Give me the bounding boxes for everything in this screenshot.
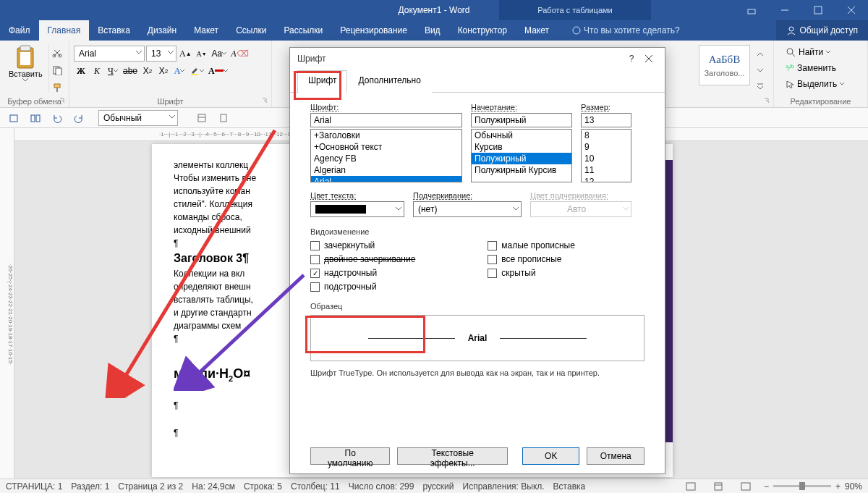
text-effects-button[interactable]: A — [172, 63, 187, 79]
underline-dropdown[interactable]: (нет) — [413, 201, 522, 217]
font-list[interactable]: +Заголовки+Основной текст Agency FBAlger… — [310, 129, 462, 182]
style-gallery-item[interactable]: АаБбВ Заголово... — [699, 45, 750, 85]
chk-strike[interactable]: зачеркнутый — [310, 240, 415, 250]
tab-insert[interactable]: Вставка — [89, 20, 139, 41]
format-painter-button[interactable] — [50, 80, 64, 96]
view-read[interactable] — [681, 479, 700, 494]
qat-btn2[interactable] — [26, 110, 45, 126]
ruler-vertical[interactable]: ·26·25·|·24·23·22·21·20·19·18·17·16·15· — [0, 128, 14, 479]
zoom-slider[interactable] — [773, 485, 831, 487]
close-icon — [644, 54, 653, 63]
strike-button[interactable]: abe — [122, 63, 139, 79]
style-quick-combo[interactable]: Обычный — [98, 110, 178, 126]
styles-down[interactable] — [753, 62, 767, 78]
text-effects-button[interactable]: Текстовые эффекты... — [397, 447, 508, 465]
bold-button[interactable]: Ж — [74, 63, 88, 79]
dialog-tab-advanced[interactable]: Дополнительно — [347, 70, 431, 93]
status-pages[interactable]: Страница 2 из 2 — [118, 481, 183, 492]
copy-button[interactable] — [50, 62, 64, 78]
dialog-help[interactable]: ? — [623, 50, 640, 67]
undo-button[interactable] — [48, 110, 67, 126]
chk-smallcaps[interactable]: малые прописные — [488, 240, 575, 250]
clear-format-button[interactable]: A⌫ — [229, 46, 250, 62]
chk-hidden[interactable]: скрытый — [488, 268, 575, 278]
paste-button[interactable]: Вставить — [4, 42, 47, 96]
lbl-font: Шрифт: — [310, 103, 462, 111]
shrink-font-button[interactable]: A▼ — [195, 46, 209, 62]
chk-sub[interactable]: подстрочный — [310, 282, 415, 292]
styles-more[interactable] — [753, 78, 767, 94]
styles-up[interactable] — [753, 46, 767, 62]
chk-super[interactable]: ✓надстрочный — [310, 268, 415, 278]
tab-table-design[interactable]: Конструктор — [449, 20, 516, 41]
tab-layout[interactable]: Макет — [185, 20, 227, 41]
qat-btn3[interactable] — [192, 110, 211, 126]
font-input[interactable] — [310, 113, 462, 127]
maximize-icon[interactable] — [801, 0, 835, 20]
size-input[interactable] — [581, 113, 631, 127]
status-page[interactable]: СТРАНИЦА: 1 — [6, 481, 62, 492]
status-insert[interactable]: Вставка — [553, 481, 586, 492]
font-color-button[interactable]: A — [207, 63, 229, 79]
qat-btn1[interactable] — [4, 110, 23, 126]
view-web[interactable] — [736, 479, 755, 494]
font-dialog: Шрифт ? Шрифт Дополнительно Шрифт: +Заго… — [289, 47, 665, 474]
share-button[interactable]: Общий доступ — [776, 20, 868, 41]
grow-font-button[interactable]: A▲ — [178, 46, 193, 62]
highlight-button[interactable] — [188, 63, 205, 79]
font-launcher[interactable] — [260, 96, 269, 105]
italic-button[interactable]: К — [90, 63, 104, 79]
status-section[interactable]: Раздел: 1 — [71, 481, 109, 492]
style-quick-value: Обычный — [103, 113, 142, 123]
clipboard-launcher[interactable] — [58, 96, 67, 105]
chk-dstrike[interactable]: двойное зачеркивание — [310, 254, 415, 264]
redo-button[interactable] — [69, 110, 88, 126]
style-list[interactable]: ОбычныйКурсив ПолужирныйПолужирный Курси… — [471, 129, 572, 182]
tab-file[interactable]: Файл — [0, 20, 39, 41]
replace-button[interactable]: ᵃ⁄ᵇЗаменить — [783, 61, 859, 75]
font-size-combo[interactable]: 13 — [146, 46, 176, 62]
dialog-tab-font[interactable]: Шрифт — [297, 70, 347, 93]
svg-rect-22 — [36, 115, 40, 122]
styles-launcher[interactable] — [762, 96, 771, 105]
tab-view[interactable]: Вид — [416, 20, 449, 41]
view-print[interactable] — [709, 479, 728, 494]
tell-me[interactable]: Что вы хотите сделать? — [563, 20, 689, 41]
dialog-titlebar[interactable]: Шрифт ? — [290, 48, 665, 69]
font-name-combo[interactable]: Arial — [74, 46, 145, 62]
ribbon-display-icon[interactable] — [735, 0, 768, 20]
size-list[interactable]: 89 1011 12 — [581, 129, 631, 182]
dialog-close[interactable] — [640, 50, 658, 67]
tab-references[interactable]: Ссылки — [227, 20, 275, 41]
zoom-in[interactable]: + — [835, 481, 841, 492]
find-button[interactable]: Найти — [783, 45, 859, 59]
share-label: Общий доступ — [799, 25, 858, 35]
change-case-button[interactable]: Aa — [210, 46, 229, 62]
subscript-button[interactable]: X2 — [140, 63, 155, 79]
zoom-level[interactable]: 90% — [845, 481, 862, 492]
tab-design[interactable]: Дизайн — [139, 20, 185, 41]
tab-review[interactable]: Рецензирование — [331, 20, 416, 41]
chk-allcaps[interactable]: все прописные — [488, 254, 575, 264]
tab-mailings[interactable]: Рассылки — [275, 20, 331, 41]
default-button[interactable]: По умолчанию — [310, 447, 390, 465]
close-icon[interactable] — [835, 0, 868, 20]
tab-home[interactable]: Главная — [39, 20, 90, 41]
qat-btn4[interactable] — [214, 110, 233, 126]
tab-table-layout[interactable]: Макет — [516, 20, 558, 41]
group-clipboard: Вставить Буфер обмена — [0, 41, 69, 107]
ok-button[interactable]: OK — [522, 447, 580, 465]
superscript-button[interactable]: X2 — [156, 63, 171, 79]
cut-button[interactable] — [50, 45, 64, 61]
color-dropdown[interactable] — [310, 201, 404, 217]
status-lang[interactable]: русский — [422, 481, 454, 492]
svg-rect-25 — [221, 114, 226, 122]
cancel-button[interactable]: Отмена — [587, 447, 644, 465]
minimize-icon[interactable] — [768, 0, 801, 20]
select-button[interactable]: Выделить — [783, 77, 859, 91]
zoom-out[interactable]: − — [764, 481, 769, 492]
status-track[interactable]: Исправления: Выкл. — [463, 481, 545, 492]
style-input[interactable] — [471, 113, 572, 127]
underline-button[interactable]: Ч — [106, 63, 120, 79]
status-words[interactable]: Число слов: 299 — [349, 481, 414, 492]
